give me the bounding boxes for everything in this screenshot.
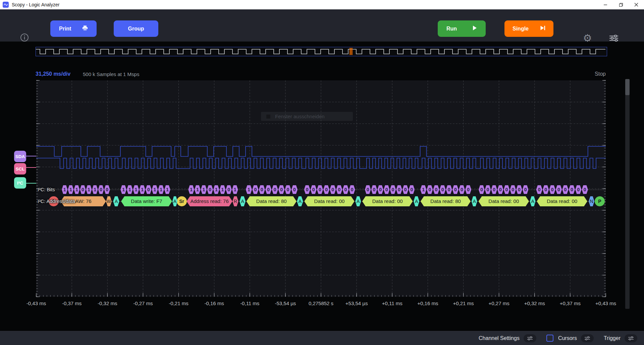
vertical-scrollbar-thumb[interactable] — [625, 79, 630, 95]
i2c-bit: 0 — [479, 185, 485, 194]
i2c-bit: 1 — [420, 185, 426, 194]
channel-badge-i2c[interactable]: I²C — [14, 177, 26, 189]
channel-settings-label: Channel Settings — [479, 335, 520, 341]
i2c-bit: 1 — [120, 185, 126, 194]
i2c-bit-group: 00000000 — [304, 185, 355, 194]
vertical-scrollbar[interactable] — [625, 79, 630, 309]
channel-badge-sda-label: SDA — [15, 154, 25, 159]
i2c-bit: 0 — [516, 185, 522, 194]
window-controls — [598, 0, 644, 9]
i2c-bit-group: 10000000 — [246, 185, 298, 194]
i2c-bit: 0 — [523, 185, 529, 194]
i2c-segment-ack: A — [414, 196, 419, 206]
cursors-toggle[interactable] — [581, 334, 594, 342]
cursors-checkbox[interactable] — [546, 335, 553, 342]
gear-icon[interactable]: ⚙ — [583, 33, 592, 43]
axis-tick-label: +0,27 ms — [489, 300, 509, 306]
minimize-button[interactable] — [598, 0, 613, 9]
acquisition-state-label: Stop — [595, 71, 606, 77]
channel-badge-sda[interactable]: SDA — [14, 151, 26, 162]
i2c-bit: 0 — [427, 185, 433, 194]
i2c-bit: 0 — [504, 185, 510, 194]
i2c-bit: 0 — [459, 185, 465, 194]
close-button[interactable] — [629, 0, 644, 9]
trigger-label: Trigger — [604, 335, 621, 341]
i2c-bit: 0 — [272, 185, 278, 194]
i2c-bit: 0 — [207, 185, 213, 194]
ghost-tooltip: Fenster ausschneiden — [261, 112, 353, 121]
channel-badge-scl[interactable]: SCL — [14, 163, 26, 175]
axis-tick-label: 0,275852 s — [309, 300, 333, 306]
i2c-segment-ack: A — [530, 196, 536, 206]
titlebar: Scopy - Logic Analyzer — [0, 0, 644, 9]
i2c-segment-ack: A — [113, 196, 119, 206]
axis-tick-label: +0,32 ms — [524, 300, 545, 306]
sample-info-label: 500 k Samples at 1 Msps — [83, 71, 139, 77]
i2c-bit-group: 00000000 — [478, 185, 528, 194]
bits-row: I²C: Bits 111011001111011111101101100000… — [36, 185, 606, 194]
channel-badge-i2c-label: I²C — [17, 181, 23, 186]
i2c-bit: 0 — [556, 185, 562, 194]
time-per-div-label[interactable]: 31,250 ms/div — [36, 71, 70, 77]
run-button[interactable]: Run — [438, 20, 486, 37]
i2c-segment-ack: A — [355, 196, 361, 206]
i2c-bit-group: 00000000 — [365, 185, 415, 194]
i2c-bit: 0 — [582, 185, 588, 194]
i2c-bit: 1 — [195, 185, 201, 194]
group-button-label: Group — [128, 26, 144, 32]
group-button[interactable]: Group — [114, 20, 158, 37]
i2c-bit: 0 — [446, 185, 452, 194]
addrdata-row-label: I²C: Address/data — [38, 196, 75, 207]
i2c-bit: 0 — [285, 185, 291, 194]
i2c-segment-ack: A — [172, 196, 177, 206]
i2c-bit: 0 — [278, 185, 284, 194]
capture-preview[interactable] — [36, 47, 607, 56]
i2c-bit: 0 — [259, 185, 265, 194]
play-icon — [473, 25, 477, 32]
i2c-bit-group: 11101100 — [62, 185, 110, 194]
channel-settings-toggle[interactable] — [524, 334, 536, 342]
print-button[interactable]: Print — [50, 20, 97, 37]
i2c-bit: 1 — [232, 185, 238, 194]
ghost-tooltip-text: Fenster ausschneiden — [275, 114, 325, 119]
i2c-segment-wbit: W — [106, 196, 112, 206]
bits-row-label: I²C: Bits — [38, 185, 55, 194]
i2c-bit: 1 — [92, 185, 98, 194]
addrdata-row: I²C: Address/data SAW: 76WAData write: F… — [36, 196, 606, 207]
i2c-bit: 0 — [390, 185, 396, 194]
i2c-bit: 1 — [68, 185, 73, 194]
axis-tick-label: -0,16 ms — [204, 300, 224, 306]
i2c-bit: 0 — [336, 185, 342, 194]
preferences-sliders-icon[interactable] — [609, 35, 619, 43]
printer-icon — [82, 25, 88, 32]
i2c-segment-data_r: Data read: 00 — [478, 196, 529, 206]
i2c-segment-ack: A — [297, 196, 303, 206]
plot-area[interactable]: Fenster ausschneiden I²C: Bits 111011001… — [36, 80, 606, 297]
print-button-label: Print — [59, 26, 71, 32]
i2c-segment-ack: A — [472, 196, 477, 206]
axis-tick-label: -0,32 ms — [98, 300, 117, 306]
i2c-bit: 0 — [226, 185, 232, 194]
info-icon[interactable] — [20, 33, 29, 43]
i2c-bit: 1 — [127, 185, 133, 194]
bottom-bar: Channel Settings Cursors Trigger — [0, 331, 644, 345]
i2c-bit: 1 — [158, 185, 164, 194]
single-button[interactable]: Single — [504, 20, 553, 37]
trigger-toggle[interactable] — [625, 334, 637, 342]
i2c-segment-rbit: R — [232, 196, 238, 206]
maximize-button[interactable] — [613, 0, 629, 9]
cursors-label: Cursors — [558, 335, 577, 341]
i2c-bit-group: 11101101 — [188, 185, 238, 194]
axis-tick-label: -53,54 µs — [275, 300, 296, 306]
i2c-bit-group: 00000000 — [536, 185, 588, 194]
i2c-segment-data_r: Data read: 00 — [362, 196, 413, 206]
i2c-bit: 0 — [104, 185, 110, 194]
i2c-bit: 0 — [365, 185, 371, 194]
i2c-bit: 1 — [74, 185, 79, 194]
i2c-bit: 0 — [311, 185, 317, 194]
i2c-segment-data_r: Data read: 80 — [247, 196, 297, 206]
i2c-bit: 0 — [98, 185, 104, 194]
i2c-bit: 0 — [452, 185, 459, 194]
window-title: Scopy - Logic Analyzer — [12, 2, 59, 7]
i2c-bit-group: 11110111 — [120, 185, 170, 194]
